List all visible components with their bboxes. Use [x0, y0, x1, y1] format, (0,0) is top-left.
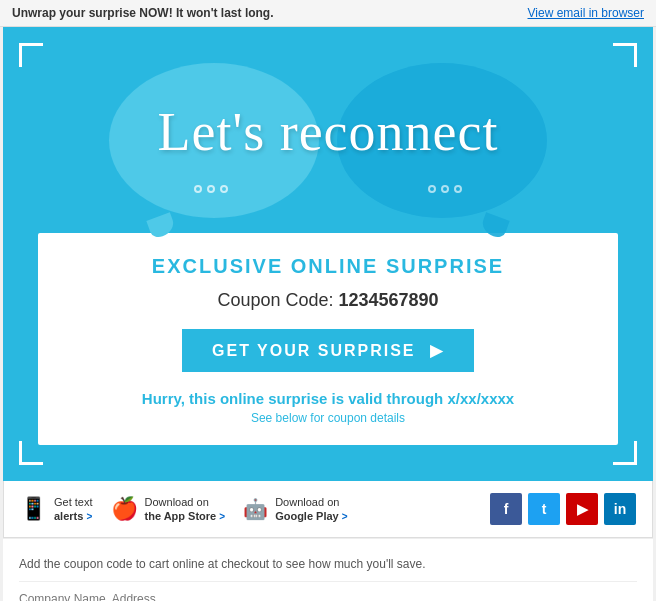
top-bar-message: Unwrap your surprise NOW! It won't last … [12, 6, 274, 20]
text-alerts-item[interactable]: 📱 Get text alerts > [20, 495, 93, 524]
hurry-text: Hurry, this online surprise is valid thr… [58, 390, 598, 407]
social-icons: f t ▶ in [490, 493, 636, 525]
appstore-text: Download on the App Store > [145, 495, 226, 524]
android-icon: 🤖 [243, 497, 268, 521]
googleplay-label: Download on [275, 495, 347, 509]
circles-left [194, 185, 228, 193]
circle-dot [220, 185, 228, 193]
googleplay-item[interactable]: 🤖 Download on Google Play > [243, 495, 347, 524]
circle-dot [428, 185, 436, 193]
circle-dot [454, 185, 462, 193]
facebook-icon[interactable]: f [490, 493, 522, 525]
text-alerts-sub: alerts > [54, 509, 93, 523]
exclusive-label: EXCLUSIVE ONLINE SURPRISE [58, 255, 598, 278]
view-email-link[interactable]: View email in browser [528, 6, 645, 20]
googleplay-text: Download on Google Play > [275, 495, 347, 524]
top-bar: Unwrap your surprise NOW! It won't last … [0, 0, 656, 27]
footer: Add the coupon code to cart online at ch… [3, 538, 653, 601]
twitter-icon[interactable]: t [528, 493, 560, 525]
coupon-note: Add the coupon code to cart online at ch… [19, 549, 637, 582]
googleplay-sub: Google Play > [275, 509, 347, 523]
company-address: Company Name, Address [19, 582, 637, 601]
hero-title: Let's reconnect [29, 101, 627, 163]
linkedin-icon[interactable]: in [604, 493, 636, 525]
corner-bottom-right [613, 441, 637, 465]
app-links: 📱 Get text alerts > 🍎 Download on [20, 495, 348, 524]
hero-section: Let's reconnect EXCLUSIVE ONLINE SURPRIS… [3, 27, 653, 481]
circles-right [428, 185, 462, 193]
coupon-prefix: Coupon Code: [217, 290, 333, 310]
text-alerts-label: Get text [54, 495, 93, 509]
circle-dot [441, 185, 449, 193]
hero-content-box: EXCLUSIVE ONLINE SURPRISE Coupon Code: 1… [38, 233, 618, 445]
speech-bubbles: Let's reconnect [29, 63, 627, 223]
corner-bottom-left [19, 441, 43, 465]
text-alerts-text: Get text alerts > [54, 495, 93, 524]
email-container: Let's reconnect EXCLUSIVE ONLINE SURPRIS… [3, 27, 653, 601]
cta-button[interactable]: GET YOUR SURPRISE ▶ [182, 329, 474, 372]
cta-label: GET YOUR SURPRISE [212, 342, 416, 359]
appstore-sub: the App Store > [145, 509, 226, 523]
phone-icon: 📱 [20, 496, 47, 522]
circle-dot [207, 185, 215, 193]
appstore-label: Download on [145, 495, 226, 509]
circle-dot [194, 185, 202, 193]
app-bar: 📱 Get text alerts > 🍎 Download on [3, 481, 653, 538]
youtube-icon[interactable]: ▶ [566, 493, 598, 525]
coupon-code-value: 1234567890 [339, 290, 439, 310]
appstore-item[interactable]: 🍎 Download on the App Store > [111, 495, 226, 524]
coupon-details: See below for coupon details [58, 411, 598, 425]
cta-arrow: ▶ [430, 342, 444, 359]
apple-icon: 🍎 [111, 496, 138, 522]
coupon-code-line: Coupon Code: 1234567890 [58, 290, 598, 311]
